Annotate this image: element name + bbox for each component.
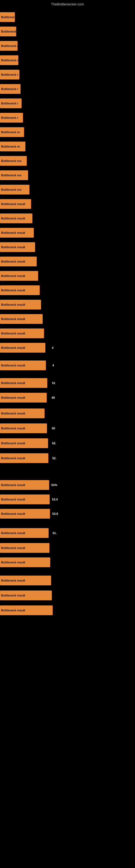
bar-value: 4 (52, 364, 54, 367)
bar-rect: Bottleneck result (0, 557, 50, 567)
bar-rect: Bottleneck result (0, 408, 45, 418)
bar-row: Bottleneck r (0, 67, 135, 82)
bar-label: Bottleneck result (1, 364, 25, 367)
bar-label: Bottleneck result (1, 579, 25, 582)
bar-rect: Bottleneck result (0, 228, 34, 238)
bar-label: Bottleneck re (1, 145, 20, 148)
bar-rect: Bottleneck result52. (0, 438, 48, 448)
bar-row: Bottleneck re (0, 125, 135, 139)
bar-label: Bottleneck result (1, 203, 25, 206)
bar-row: Bottleneck result (0, 541, 135, 555)
bar-row: Bottleneck res (0, 168, 135, 182)
bar-label: Bottleneck result (1, 231, 25, 235)
bar-row: Bottleneck r (0, 53, 135, 67)
bar-row: Bottleneck result53.9 (0, 507, 135, 521)
bar-rect: Bottleneck r (0, 113, 23, 123)
bar-rect: Bottleneck result (0, 242, 35, 252)
bar-label: Bottleneck result (1, 289, 25, 292)
bar-rect: Bottleneck result51 (0, 378, 47, 388)
bar-label: Bottleneck result (1, 274, 25, 278)
bar-label: Bottleneck result (1, 260, 25, 263)
chart-area: BottleneckBottleneck rBottleneck rBottle… (0, 7, 135, 865)
bar-rect: Bottleneck result (0, 590, 52, 600)
bar-value: 53% (51, 484, 57, 487)
bar-row: Bottleneck result49 (0, 391, 135, 405)
bar-label: Bottleneck r (1, 73, 18, 76)
bar-row: Bottleneck result (0, 226, 135, 240)
bar-label: Bottleneck res (1, 188, 21, 191)
bar-rect: Bottleneck r (0, 41, 17, 51)
bar-rect: Bottleneck r (0, 84, 20, 94)
bar-row: Bottleneck result53.4 (0, 492, 135, 506)
bar-rect: Bottleneck (0, 12, 15, 22)
bar-rect: Bottleneck result (0, 285, 40, 295)
bar-row: Bottleneck result4 (0, 341, 135, 355)
bar-rect: Bottleneck r (0, 55, 18, 65)
bar-rect: Bottleneck re (0, 142, 26, 151)
bar-label: Bottleneck result (1, 457, 25, 460)
bar-label: Bottleneck result (1, 332, 25, 335)
bar-label: Bottleneck result (1, 317, 25, 321)
bar-row: Bottleneck result (0, 240, 135, 254)
bar-rect: Bottleneck result (0, 257, 37, 267)
bar-rect: Bottleneck r (0, 70, 19, 80)
bar-row: Bottleneck result (0, 406, 135, 421)
bar-row: Bottleneck result51 (0, 376, 135, 390)
bar-row: Bottleneck result (0, 603, 135, 617)
bar-value: 52. (52, 442, 56, 445)
bar-label: Bottleneck result (1, 346, 25, 349)
bar-row: Bottleneck r (0, 82, 135, 96)
bar-row: Bottleneck result (0, 254, 135, 269)
bar-rect: Bottleneck result (0, 214, 32, 223)
bar-rect: Bottleneck result (0, 199, 31, 209)
bar-rect: Bottleneck res (0, 170, 28, 180)
bar-label: Bottleneck result (1, 498, 25, 501)
bar-label: Bottleneck res (1, 174, 21, 177)
bar-rect: Bottleneck res (0, 156, 27, 166)
bar-row: Bottleneck result (0, 211, 135, 225)
bar-rect: Bottleneck result (0, 314, 43, 324)
bar-label: Bottleneck r (1, 30, 18, 33)
bar-label: Bottleneck result (1, 303, 25, 306)
bar-label: Bottleneck result (1, 427, 25, 430)
bar-row: Bottleneck result (0, 312, 135, 326)
bar-value: 49 (52, 396, 55, 399)
bar-label: Bottleneck result (1, 217, 25, 220)
bar-label: Bottleneck r (1, 44, 18, 48)
bar-row: Bottleneck r (0, 96, 135, 111)
bar-row: Bottleneck result50 (0, 421, 135, 435)
site-title: TheBottlenecker.com (0, 0, 135, 7)
bar-row: Bottleneck result (0, 326, 135, 340)
bar-row: Bottleneck res (0, 183, 135, 197)
bar-value: 4 (52, 346, 53, 349)
bar-rect: Bottleneck r (0, 98, 21, 108)
bar-row: Bottleneck re (0, 140, 135, 154)
bar-label: Bottleneck r (1, 116, 18, 119)
bar-label: Bottleneck result (1, 594, 25, 597)
bar-rect: Bottleneck result53.9 (0, 509, 50, 519)
bar-rect: Bottleneck result49 (0, 393, 47, 403)
bar-row: Bottleneck result (0, 197, 135, 211)
bar-label: Bottleneck r (1, 59, 18, 62)
bar-row: Bottleneck res (0, 154, 135, 168)
bar-value: 50 (52, 427, 55, 430)
bar-rect: Bottleneck result50 (0, 424, 47, 433)
bar-value: 51 (52, 381, 55, 384)
bar-label: Bottleneck result (1, 609, 25, 612)
bar-row: Bottleneck result (0, 555, 135, 569)
bar-value: 52. (52, 457, 56, 460)
bar-row: Bottleneck result (0, 298, 135, 312)
bar-label: Bottleneck (1, 16, 16, 19)
bar-row: Bottleneck r (0, 24, 135, 38)
bar-rect: Bottleneck result (0, 543, 49, 553)
bar-label: Bottleneck r (1, 87, 18, 91)
bar-rect: Bottleneck r (0, 27, 16, 36)
bar-row: Bottleneck result52. (0, 451, 135, 465)
bar-label: Bottleneck re (1, 130, 20, 134)
bar-row: Bottleneck result51. (0, 526, 135, 540)
bar-value: 53.4 (52, 498, 58, 501)
bar-rect: Bottleneck result52. (0, 453, 48, 463)
bar-row: Bottleneck r (0, 111, 135, 125)
bar-row: Bottleneck result (0, 283, 135, 297)
bar-rect: Bottleneck res (0, 185, 30, 194)
